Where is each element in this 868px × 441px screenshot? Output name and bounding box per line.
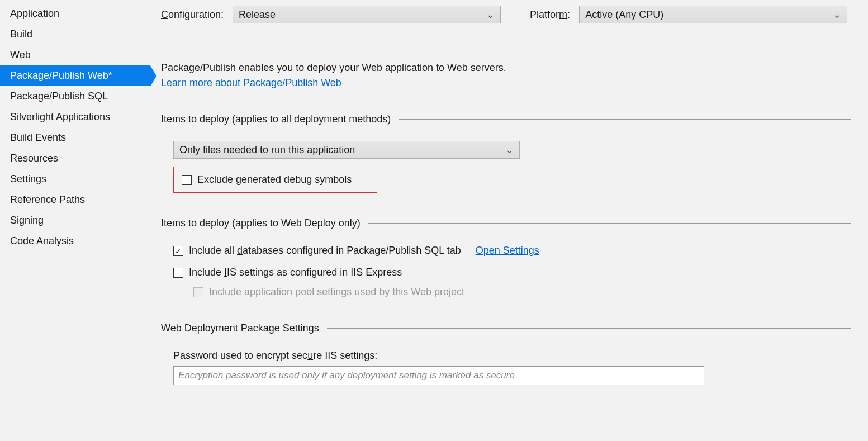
exclude-debug-label: Exclude generated debug symbols (197, 174, 352, 186)
section-items-all: Items to deploy (applies to all deployme… (161, 113, 851, 125)
encryption-password-input[interactable] (173, 366, 704, 385)
configuration-value: Release (239, 9, 276, 21)
platform-dropdown[interactable]: Active (Any CPU) ⌄ (579, 6, 847, 23)
include-iis-checkbox[interactable] (173, 268, 183, 278)
platform-value: Active (Any CPU) (585, 9, 663, 21)
main-panel: Configuration: Release ⌄ Platform: Activ… (150, 0, 868, 441)
include-apppool-checkbox (193, 287, 203, 297)
exclude-debug-highlight: Exclude generated debug symbols (173, 167, 377, 193)
sidebar-item-application[interactable]: Application (0, 3, 150, 24)
sidebar-item-web[interactable]: Web (0, 45, 150, 65)
configuration-label: Configuration: (161, 9, 224, 21)
sidebar-item-package-publish-sql[interactable]: Package/Publish SQL (0, 86, 150, 107)
sidebar-item-silverlight[interactable]: Silverlight Applications (0, 107, 150, 127)
configuration-bar: Configuration: Release ⌄ Platform: Activ… (161, 6, 851, 34)
include-databases-checkbox[interactable] (173, 246, 183, 256)
divider (399, 119, 851, 120)
section-package-settings: Web Deployment Package Settings (161, 323, 851, 334)
include-iis-label: Include IIS settings as configured in II… (189, 267, 402, 278)
sidebar-item-build[interactable]: Build (0, 24, 150, 45)
include-apppool-label: Include application pool settings used b… (209, 286, 464, 298)
intro-text: Package/Publish enables you to deploy yo… (161, 62, 851, 74)
exclude-debug-checkbox[interactable] (182, 175, 192, 185)
sidebar: Application Build Web Package/Publish We… (0, 0, 150, 441)
configuration-dropdown[interactable]: Release ⌄ (233, 6, 501, 23)
platform-label: Platform: (530, 9, 570, 21)
deploy-mode-dropdown[interactable]: Only files needed to run this applicatio… (173, 141, 520, 159)
section-title: Items to deploy (applies to all deployme… (161, 113, 391, 125)
section-title: Items to deploy (applies to Web Deploy o… (161, 217, 361, 229)
chevron-down-icon: ⌄ (833, 8, 841, 21)
chevron-down-icon: ⌄ (505, 144, 514, 156)
sidebar-item-settings[interactable]: Settings (0, 169, 150, 189)
section-items-webdeploy: Items to deploy (applies to Web Deploy o… (161, 217, 851, 229)
sidebar-item-package-publish-web[interactable]: Package/Publish Web* (0, 65, 150, 86)
divider (327, 328, 851, 329)
sidebar-item-code-analysis[interactable]: Code Analysis (0, 231, 150, 252)
sidebar-item-signing[interactable]: Signing (0, 210, 150, 231)
divider (368, 223, 851, 224)
chevron-down-icon: ⌄ (486, 8, 495, 21)
sidebar-item-resources[interactable]: Resources (0, 148, 150, 169)
learn-more-link[interactable]: Learn more about Package/Publish Web (161, 77, 341, 88)
open-settings-link[interactable]: Open Settings (476, 245, 539, 257)
sidebar-item-reference-paths[interactable]: Reference Paths (0, 189, 150, 210)
password-label: Password used to encrypt secure IIS sett… (173, 350, 851, 362)
include-databases-label: Include all databases configured in Pack… (189, 245, 461, 257)
deploy-mode-value: Only files needed to run this applicatio… (179, 144, 355, 156)
section-title: Web Deployment Package Settings (161, 323, 319, 334)
sidebar-item-build-events[interactable]: Build Events (0, 127, 150, 148)
